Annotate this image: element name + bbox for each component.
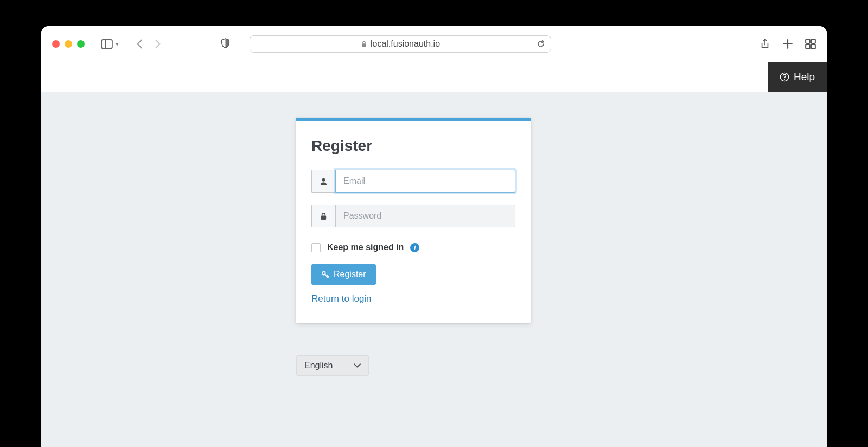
email-input-group: [311, 170, 515, 193]
language-select[interactable]: English: [296, 355, 369, 376]
language-selected: English: [304, 361, 333, 371]
nav-arrows: [135, 39, 162, 49]
share-button[interactable]: [760, 39, 770, 49]
new-tab-button[interactable]: [782, 39, 793, 49]
svg-rect-0: [101, 40, 112, 48]
chrome-right-controls: [760, 39, 816, 49]
register-button-label: Register: [334, 270, 366, 279]
lock-icon: [320, 212, 328, 220]
window-close-button[interactable]: [52, 40, 60, 48]
chevron-down-icon: [354, 362, 361, 369]
register-button[interactable]: Register: [311, 264, 376, 285]
info-icon[interactable]: i: [410, 243, 419, 252]
svg-rect-7: [806, 44, 810, 49]
content-background: Register Keep me signed in i: [41, 92, 827, 447]
svg-rect-12: [321, 215, 326, 220]
password-field[interactable]: [335, 205, 515, 227]
address-bar[interactable]: local.fusionauth.io: [250, 35, 551, 53]
address-bar-url: local.fusionauth.io: [371, 39, 440, 49]
shield-icon: [221, 38, 230, 48]
chevron-down-icon: ▾: [116, 41, 119, 48]
nav-forward-button[interactable]: [154, 39, 162, 49]
keep-signed-in-checkbox[interactable]: [311, 243, 321, 252]
svg-rect-6: [811, 39, 815, 43]
password-addon: [311, 205, 335, 227]
window-fullscreen-button[interactable]: [77, 40, 85, 48]
window-minimize-button[interactable]: [65, 40, 72, 48]
browser-window: ▾ local.fusionauth.io Help Register: [41, 26, 827, 447]
register-card: Register Keep me signed in i: [296, 118, 531, 323]
sidebar-toggle-button[interactable]: ▾: [101, 39, 119, 49]
card-title: Register: [311, 137, 515, 155]
svg-line-15: [327, 275, 328, 276]
svg-rect-8: [811, 44, 815, 49]
privacy-shield-button[interactable]: [221, 38, 230, 50]
browser-chrome: ▾ local.fusionauth.io: [41, 26, 827, 62]
email-field[interactable]: [335, 170, 515, 193]
help-button[interactable]: Help: [768, 62, 827, 92]
svg-point-11: [322, 178, 326, 181]
reload-button[interactable]: [537, 40, 545, 48]
user-icon: [320, 177, 328, 186]
return-to-login-link[interactable]: Return to login: [311, 293, 515, 304]
lock-icon: [361, 41, 367, 47]
svg-point-10: [784, 79, 785, 80]
svg-rect-2: [362, 43, 366, 47]
keep-signed-in-label: Keep me signed in: [327, 242, 404, 252]
email-addon: [311, 170, 335, 193]
help-label: Help: [794, 71, 815, 83]
svg-rect-5: [806, 39, 810, 43]
nav-back-button[interactable]: [135, 39, 144, 49]
key-icon: [321, 271, 329, 279]
page-area: Help Register: [41, 62, 827, 447]
traffic-lights: [52, 40, 85, 48]
svg-line-16: [328, 276, 329, 277]
password-input-group: [311, 205, 515, 227]
keep-signed-in-row: Keep me signed in i: [311, 242, 515, 252]
tabs-overview-button[interactable]: [805, 39, 816, 49]
help-icon: [780, 72, 789, 82]
sidebar-icon: [101, 39, 113, 49]
